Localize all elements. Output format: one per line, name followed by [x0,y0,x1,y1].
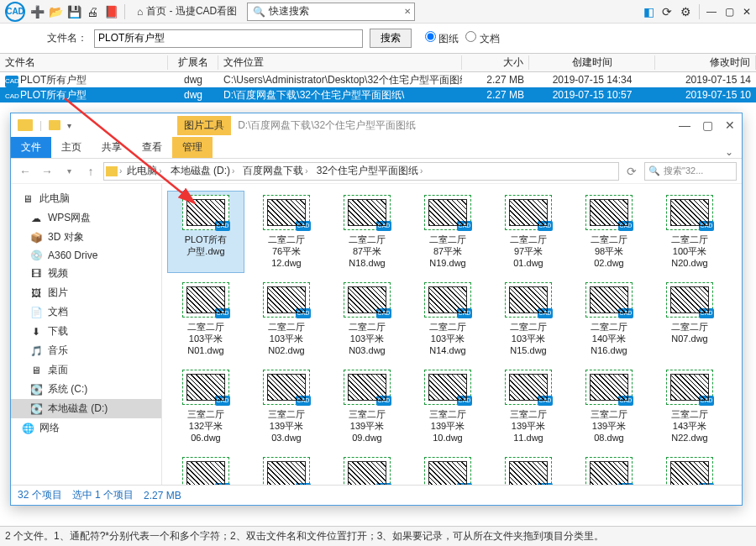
col-ext[interactable]: 扩展名 [168,55,218,70]
file-thumb[interactable]: CAD二室二厅103平米N01.dwg [167,278,244,360]
open-icon[interactable]: 📂 [49,5,62,18]
thumbnail-icon: CAD [182,457,229,485]
close-icon[interactable]: ✕ [743,6,751,18]
sidebar-item[interactable]: 🖼图片 [11,283,161,302]
file-thumb[interactable]: CAD二室二厅N07.dwg [651,278,728,360]
file-thumb[interactable]: CAD [328,453,406,485]
refresh-icon[interactable]: ⟳ [622,165,641,178]
file-thumb[interactable]: CAD三室二厅143平米N22.dwg [651,365,728,448]
file-thumb[interactable]: CAD二室二厅103平米N14.dwg [409,278,486,360]
file-thumb[interactable]: CAD三室二厅131平米05.dwg [732,278,742,360]
file-thumb[interactable]: CAD三室二厅132平米06.dwg [167,365,244,448]
save-icon[interactable]: 💾 [67,5,81,18]
file-thumb[interactable]: CAD二室二厅87平米N18.dwg [328,191,406,273]
file-row[interactable]: CADPLOT所有户型dwgC:\Users\Administrator\Des… [0,72,756,87]
refresh-icon[interactable]: ⟳ [660,5,674,18]
file-thumb[interactable]: CAD二室二厅100平米N20.dwg [651,191,728,273]
up-icon[interactable]: ↑ [81,165,100,178]
file-thumb[interactable]: CAD [651,453,728,485]
file-thumb[interactable]: CAD三室二厅139平米11.dwg [490,365,567,448]
crumb[interactable]: 百度网盘下载› [239,164,311,178]
thumbnail-icon: CAD [585,457,633,485]
file-thumb[interactable]: CAD三室二厅139平米03.dwg [248,365,325,448]
print-icon[interactable]: 🖨 [86,5,99,18]
file-thumb[interactable]: CAD三室二厅143平米N23.dwg [732,365,742,448]
file-thumb[interactable]: CAD三室二厅139平米08.dwg [570,365,648,448]
col-ctime[interactable]: 创建时间 [529,55,655,70]
file-thumb[interactable]: CAD二室二厅140平米N16.dwg [570,278,648,360]
col-mtime[interactable]: 修改时间 [655,55,756,70]
file-thumb[interactable]: CAD [570,453,648,485]
sidebar-item[interactable]: 💿A360 Drive [11,247,161,264]
search-tab[interactable]: 🔍 快速搜索 ✕ [247,3,415,21]
radio-image[interactable]: 图纸 [425,31,459,46]
sidebar-item-icon: 🖥 [29,365,43,376]
file-row[interactable]: CADPLOT所有户型dwgD:\百度网盘下载\32个住宅户型平面图纸\2.27… [0,87,756,102]
sidebar-item[interactable]: ⬇下载 [11,322,161,341]
search-button[interactable]: 搜索 [370,29,412,48]
recent-icon[interactable]: ▾ [60,166,78,176]
file-thumb[interactable]: CAD三室二厅139平米10.dwg [409,365,486,448]
ribbon-collapse-icon[interactable]: ⌄ [717,146,742,158]
close-tab-icon[interactable]: ✕ [404,7,411,16]
exp-minimize-icon[interactable]: — [679,118,690,132]
file-thumb[interactable]: CAD二室二厅103平米N03.dwg [328,278,406,360]
tab-manage[interactable]: 管理 [172,137,213,158]
tab-home[interactable]: 主页 [51,137,92,158]
status-size: 2.27 MB [144,490,181,501]
explorer-ribbon-tabs: 文件 主页 共享 查看 管理 ⌄ [11,137,742,159]
col-name[interactable]: 文件名 [0,55,168,70]
tab-view[interactable]: 查看 [132,137,172,158]
crumb[interactable]: 32个住宅户型平面图纸› [313,164,427,178]
explorer-search-input[interactable]: 🔍 搜索"32... [644,162,737,181]
minimize-icon[interactable]: — [706,6,717,18]
file-thumb[interactable]: CAD [248,453,325,485]
sidebar-item[interactable]: 🖥桌面 [11,360,161,380]
file-thumb[interactable]: CAD二室二厅97平米01.dwg [490,191,567,273]
window-icon[interactable]: ◧ [642,5,655,18]
file-thumb[interactable]: CAD [732,453,742,485]
new-icon[interactable]: ➕ [30,5,44,18]
sidebar-item[interactable]: 🖥此电脑 [11,189,161,208]
sidebar-item[interactable]: 🌐网络 [11,418,161,438]
tab-share[interactable]: 共享 [92,137,132,158]
status-selected: 选中 1 个项目 [72,488,134,502]
file-thumb[interactable]: CAD二室二厅100平米N21.dwg [732,191,742,273]
tab-file[interactable]: 文件 [11,137,51,158]
col-size[interactable]: 大小 [462,55,529,70]
col-loc[interactable]: 文件位置 [218,55,462,70]
crumb[interactable]: 此电脑› [123,164,165,178]
file-thumb[interactable]: CAD三室二厅139平米09.dwg [328,365,406,448]
file-thumb[interactable]: CAD二室二厅76平米12.dwg [248,191,325,273]
forward-icon[interactable]: → [38,165,56,178]
sidebar-item[interactable]: ☁WPS网盘 [11,208,161,228]
settings-icon[interactable]: ⚙ [679,5,692,18]
file-thumb[interactable]: CAD二室二厅103平米N02.dwg [248,278,325,360]
exp-close-icon[interactable]: ✕ [725,118,735,132]
sidebar-item[interactable]: 💽本地磁盘 (D:) [11,399,161,418]
filename-input[interactable] [94,29,363,48]
sidebar-item[interactable]: 💽系统 (C:) [11,380,161,399]
file-thumb[interactable]: CAD [167,453,244,485]
sidebar-item-icon: 🎵 [29,345,43,357]
pdf-icon[interactable]: 📕 [104,5,118,18]
file-thumb[interactable]: CAD [490,453,567,485]
file-thumb[interactable]: CAD二室二厅87平米N19.dwg [409,191,486,273]
sidebar-item[interactable]: 🎞视频 [11,264,161,283]
filename-label: 文件名： [47,31,87,45]
radio-doc[interactable]: 文档 [465,31,499,46]
file-thumb[interactable]: CAD二室二厅103平米N15.dwg [490,278,567,360]
file-thumb[interactable]: CAD [409,453,486,485]
sidebar-item[interactable]: 🎵音乐 [11,341,161,360]
crumb[interactable]: 本地磁盘 (D:)› [167,164,239,178]
chevron-down-icon[interactable]: ▾ [67,121,71,130]
file-thumb[interactable]: CAD二室二厅98平米02.dwg [570,191,648,273]
sidebar-item[interactable]: 📦3D 对象 [11,228,161,247]
back-icon[interactable]: ← [16,165,34,178]
breadcrumb[interactable]: ›此电脑›本地磁盘 (D:)›百度网盘下载›32个住宅户型平面图纸› [103,162,619,181]
home-tab[interactable]: ⌂ 首页 - 迅捷CAD看图 [132,4,242,18]
maximize-icon[interactable]: ▢ [725,6,734,18]
file-thumb[interactable]: CADPLOT所有户型.dwg [167,191,244,273]
exp-maximize-icon[interactable]: ▢ [702,118,713,132]
sidebar-item[interactable]: 📄文档 [11,302,161,322]
